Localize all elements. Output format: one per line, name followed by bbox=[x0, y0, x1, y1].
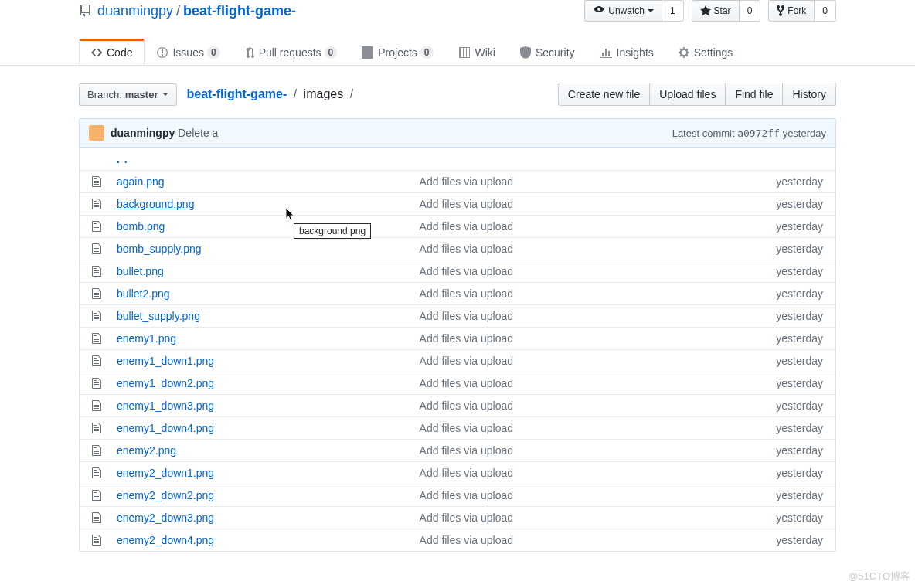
commit-tease: duanmingpy Delete a Latest commit a0972f… bbox=[79, 118, 836, 148]
file-commit-message[interactable]: Add files via upload bbox=[420, 265, 513, 277]
file-icon bbox=[92, 489, 101, 501]
file-link[interactable]: enemy2_down1.png bbox=[117, 467, 214, 479]
tab-issues[interactable]: Issues 0 bbox=[145, 39, 232, 65]
table-row: again.pngAdd files via uploadyesterday bbox=[80, 171, 836, 193]
commit-author[interactable]: duanmingpy bbox=[111, 127, 175, 139]
file-commit-message[interactable]: Add files via upload bbox=[420, 489, 513, 501]
file-icon bbox=[92, 512, 101, 524]
watch-count[interactable]: 1 bbox=[662, 0, 684, 22]
fork-count[interactable]: 0 bbox=[815, 0, 836, 22]
file-commit-message[interactable]: Add files via upload bbox=[420, 377, 513, 389]
dropdown-caret-icon bbox=[648, 9, 654, 12]
tab-pull-requests[interactable]: Pull requests 0 bbox=[233, 39, 350, 65]
file-link[interactable]: enemy2_down2.png bbox=[117, 489, 214, 501]
file-commit-message[interactable]: Add files via upload bbox=[420, 444, 513, 457]
file-list: . . again.pngAdd files via uploadyesterd… bbox=[79, 148, 836, 552]
branch-select[interactable]: Branch: master bbox=[79, 83, 177, 106]
create-new-file-button[interactable]: Create new file bbox=[558, 83, 649, 106]
fork-button[interactable]: Fork bbox=[768, 0, 815, 22]
tab-wiki[interactable]: Wiki bbox=[446, 39, 508, 65]
file-commit-message[interactable]: Add files via upload bbox=[420, 287, 513, 300]
find-file-button[interactable]: Find file bbox=[725, 83, 782, 106]
file-icon bbox=[92, 444, 101, 457]
file-link[interactable]: bomb.png bbox=[117, 220, 165, 233]
file-link[interactable]: bomb_supply.png bbox=[117, 243, 201, 255]
breadcrumb: beat-flight-game- / images / bbox=[186, 87, 356, 101]
table-row: bullet_supply.pngAdd files via uploadyes… bbox=[80, 305, 836, 328]
file-commit-message[interactable]: Add files via upload bbox=[420, 243, 513, 255]
file-commit-message[interactable]: Add files via upload bbox=[420, 332, 513, 345]
file-commit-message[interactable]: Add files via upload bbox=[420, 422, 513, 434]
repo-path: duanmingpy / beat-flight-game- bbox=[79, 3, 296, 19]
commit-sha[interactable]: a0972ff bbox=[737, 127, 780, 139]
file-commit-message[interactable]: Add files via upload bbox=[420, 512, 513, 524]
file-commit-message[interactable]: Add files via upload bbox=[420, 399, 513, 412]
tab-projects[interactable]: Projects 0 bbox=[349, 39, 445, 65]
file-link[interactable]: background.png bbox=[117, 198, 194, 210]
table-row: bullet.pngAdd files via uploadyesterday bbox=[80, 260, 836, 283]
file-age: yesterday bbox=[674, 395, 835, 417]
owner-link[interactable]: duanmingpy bbox=[97, 3, 173, 19]
tab-security[interactable]: Security bbox=[508, 39, 587, 65]
file-link[interactable]: enemy1_down4.png bbox=[117, 422, 214, 434]
file-commit-message[interactable]: Add files via upload bbox=[420, 310, 513, 322]
breadcrumb-root[interactable]: beat-flight-game- bbox=[186, 87, 287, 100]
file-icon bbox=[92, 467, 101, 479]
file-icon bbox=[92, 332, 101, 345]
upload-files-button[interactable]: Upload files bbox=[649, 83, 725, 106]
projects-icon bbox=[362, 46, 373, 59]
up-tree-link[interactable]: . . bbox=[117, 153, 128, 165]
table-row: enemy1.pngAdd files via uploadyesterday bbox=[80, 328, 836, 350]
file-link[interactable]: enemy1.png bbox=[117, 332, 176, 345]
file-icon bbox=[92, 355, 101, 367]
file-age: yesterday bbox=[674, 283, 835, 305]
table-row: bomb.pngAdd files via uploadyesterday bbox=[80, 216, 836, 238]
latest-commit-label: Latest commit bbox=[672, 127, 735, 139]
file-link[interactable]: enemy1_down2.png bbox=[117, 377, 214, 389]
commit-message[interactable]: Delete a bbox=[178, 127, 218, 139]
star-button[interactable]: Star bbox=[692, 0, 740, 22]
file-link[interactable]: bullet2.png bbox=[117, 287, 170, 300]
file-icon bbox=[92, 243, 101, 255]
table-row: enemy2_down1.pngAdd files via uploadyest… bbox=[80, 462, 836, 484]
tab-settings[interactable]: Settings bbox=[666, 39, 746, 65]
file-link[interactable]: enemy1_down3.png bbox=[117, 399, 214, 412]
watch-button[interactable]: Unwatch bbox=[584, 0, 662, 22]
file-age: yesterday bbox=[674, 440, 835, 462]
file-link[interactable]: bullet_supply.png bbox=[117, 310, 200, 322]
file-link[interactable]: again.png bbox=[117, 175, 165, 188]
file-age: yesterday bbox=[674, 260, 835, 283]
commit-when: yesterday bbox=[783, 127, 826, 139]
cursor-icon bbox=[285, 207, 296, 223]
file-commit-message[interactable]: Add files via upload bbox=[420, 175, 513, 188]
repo-link[interactable]: beat-flight-game- bbox=[183, 3, 296, 19]
breadcrumb-folder: images bbox=[304, 87, 344, 100]
file-commit-message[interactable]: Add files via upload bbox=[420, 355, 513, 367]
file-icon bbox=[92, 534, 101, 546]
file-link[interactable]: bullet.png bbox=[117, 265, 164, 277]
star-count[interactable]: 0 bbox=[740, 0, 761, 22]
file-link[interactable]: enemy2_down3.png bbox=[117, 512, 214, 524]
file-commit-message[interactable]: Add files via upload bbox=[420, 220, 513, 233]
file-link[interactable]: enemy2.png bbox=[117, 444, 176, 457]
file-commit-message[interactable]: Add files via upload bbox=[420, 534, 513, 546]
table-row: enemy1_down3.pngAdd files via uploadyest… bbox=[80, 395, 836, 417]
file-age: yesterday bbox=[674, 507, 835, 529]
repo-icon bbox=[79, 5, 91, 17]
file-icon bbox=[92, 287, 101, 300]
shield-icon bbox=[520, 46, 531, 59]
file-age: yesterday bbox=[674, 216, 835, 238]
history-button[interactable]: History bbox=[782, 83, 836, 106]
table-row: enemy2_down3.pngAdd files via uploadyest… bbox=[80, 507, 836, 529]
file-age: yesterday bbox=[674, 171, 835, 193]
tab-insights[interactable]: Insights bbox=[587, 39, 666, 65]
file-link[interactable]: enemy1_down1.png bbox=[117, 355, 214, 367]
avatar[interactable] bbox=[89, 125, 104, 141]
star-icon bbox=[700, 5, 711, 17]
file-commit-message[interactable]: Add files via upload bbox=[420, 467, 513, 479]
file-age: yesterday bbox=[674, 328, 835, 350]
tab-code[interactable]: Code bbox=[79, 39, 145, 65]
file-commit-message[interactable]: Add files via upload bbox=[420, 198, 513, 210]
graph-icon bbox=[600, 46, 612, 59]
file-link[interactable]: enemy2_down4.png bbox=[117, 534, 214, 546]
